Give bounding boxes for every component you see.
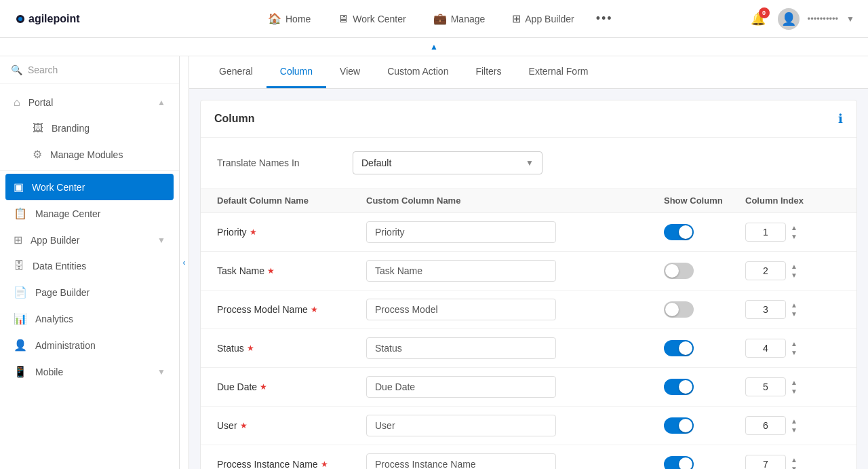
col-name-label-process-model-name: Process Model Name [217,304,308,315]
sidebar-item-mobile[interactable]: 📱 Mobile ▼ [0,358,179,385]
grid-icon: ⊞ [512,12,521,25]
required-star-priority: ★ [250,227,257,237]
nav-manage[interactable]: 💼 Manage [422,7,496,31]
user-email: •••••••••• [808,14,839,24]
tab-column[interactable]: Column [267,56,326,88]
index-arrows-priority: ▲ ▼ [789,224,800,241]
sidebar-item-pagebuilder-left: 📄 Page Builder [14,286,90,299]
sidebar-item-workcenter[interactable]: ▣ Work Center [5,174,174,200]
column-panel: Column ℹ Translate Names In Default ▼ De… [200,100,857,469]
tab-general[interactable]: General [205,56,267,88]
tab-view[interactable]: View [326,56,374,88]
index-down-due-date[interactable]: ▼ [789,388,800,396]
nav-right: 🔔 0 👤 •••••••••• ▼ [747,7,854,31]
col-input-task-name[interactable] [366,260,556,282]
index-down-process-instance-name[interactable]: ▼ [789,465,800,470]
toggle-process-model-name[interactable] [664,301,694,318]
index-input-process-instance-name[interactable] [745,455,786,469]
toggle-slider-due-date [664,379,694,395]
sidebar-item-dataentities-label: Data Entities [33,261,86,271]
tab-filters[interactable]: Filters [462,56,515,88]
col-input-due-date[interactable] [366,376,556,398]
sidebar-item-portal[interactable]: ⌂ Portal ▲ [0,90,179,115]
search-box[interactable]: 🔍 Search [11,64,168,75]
col-toggle-priority [664,224,745,240]
index-input-user[interactable] [745,416,786,435]
col-input-process-instance-name[interactable] [366,453,556,469]
index-down-status[interactable]: ▼ [789,349,800,357]
sidebar-collapse-handle[interactable]: ‹ [180,56,189,469]
index-input-due-date[interactable] [745,377,786,396]
nav-more-button[interactable]: ••• [591,6,618,31]
sidebar-item-manage-modules[interactable]: ⚙ Manage Modules [0,141,179,168]
nav-workcenter[interactable]: 🖥 Work Center [327,7,416,31]
index-up-process-instance-name[interactable]: ▲ [789,456,800,464]
table-header: Default Column Name Custom Column Name S… [201,189,856,213]
col-index-user: ▲ ▼ [745,416,840,435]
index-up-task-name[interactable]: ▲ [789,263,800,271]
col-input-wrap-user [366,415,664,436]
index-up-priority[interactable]: ▲ [789,224,800,232]
col-name-process-instance-name: Process Instance Name ★ [217,459,366,469]
index-down-process-model-name[interactable]: ▼ [789,310,800,318]
sidebar-item-portal-label: Portal [28,97,54,108]
tabs-bar: General Column View Custom Action Filter… [189,56,868,89]
sidebar-item-administration-left: 👤 Administration [14,339,96,352]
sidebar-item-pagebuilder[interactable]: 📄 Page Builder [0,279,179,305]
index-down-task-name[interactable]: ▼ [789,271,800,280]
info-icon[interactable]: ℹ [838,111,843,126]
nav-items: 🏠 Home 🖥 Work Center 💼 Manage ⊞ App Buil… [129,6,747,31]
index-up-due-date[interactable]: ▲ [789,379,800,387]
tab-custom-action[interactable]: Custom Action [374,56,462,88]
table-row-process-model-name: Process Model Name ★ ▲ ▼ [201,290,856,329]
collapse-bar[interactable]: ▲ [0,38,868,56]
tab-external-form[interactable]: External Form [515,56,602,88]
sidebar-item-analytics[interactable]: 📊 Analytics [0,305,179,332]
index-input-process-model-name[interactable] [745,300,786,319]
sidebar-item-appbuilder-label: App Builder [31,235,79,246]
th-custom-col-name: Custom Column Name [366,195,664,206]
index-input-task-name[interactable] [745,261,786,280]
user-menu-chevron[interactable]: ▼ [846,14,854,24]
avatar[interactable]: 👤 [778,8,800,30]
index-input-status[interactable] [745,339,786,358]
sidebar-item-appbuilder[interactable]: ⊞ App Builder ▼ [0,227,179,253]
sidebar-item-managecenter[interactable]: 📋 Manage Center [0,200,179,227]
toggle-slider-process-model-name [664,301,694,318]
sidebar-item-managecenter-label: Manage Center [35,208,101,219]
col-input-process-model-name[interactable] [366,299,556,320]
index-up-status[interactable]: ▲ [789,340,800,348]
col-input-status[interactable] [366,337,556,359]
analytics-icon: 📊 [14,312,27,325]
notification-button[interactable]: 🔔 0 [747,7,770,31]
administration-icon: 👤 [14,339,27,352]
index-down-user[interactable]: ▼ [789,426,800,434]
toggle-process-instance-name[interactable] [664,456,694,469]
toggle-user[interactable] [664,417,694,434]
managecenter-icon: 📋 [14,207,27,220]
col-input-user[interactable] [366,415,556,436]
nav-appbuilder[interactable]: ⊞ App Builder [501,7,585,31]
sidebar-item-dataentities[interactable]: 🗄 Data Entities [0,253,179,279]
toggle-task-name[interactable] [664,263,694,279]
toggle-due-date[interactable] [664,379,694,395]
index-up-process-model-name[interactable]: ▲ [789,301,800,309]
col-input-wrap-priority [366,221,664,243]
toggle-priority[interactable] [664,224,694,240]
col-toggle-process-instance-name [664,456,745,469]
toggle-status[interactable] [664,340,694,356]
th-column-index: Column Index [745,195,840,206]
col-toggle-due-date [664,379,745,395]
sidebar-item-manage-modules-label: Manage Modules [50,149,123,160]
translate-select[interactable]: Default ▼ [353,151,542,174]
sidebar-item-branding[interactable]: 🖼 Branding [0,115,179,141]
nav-home-label: Home [285,14,311,24]
nav-home[interactable]: 🏠 Home [257,7,321,31]
col-input-priority[interactable] [366,221,556,243]
index-up-user[interactable]: ▲ [789,417,800,426]
sidebar-item-dataentities-left: 🗄 Data Entities [14,260,86,272]
index-input-priority[interactable] [745,223,786,242]
index-down-priority[interactable]: ▼ [789,233,800,241]
mobile-chevron: ▼ [157,367,165,377]
sidebar-item-administration[interactable]: 👤 Administration [0,332,179,358]
